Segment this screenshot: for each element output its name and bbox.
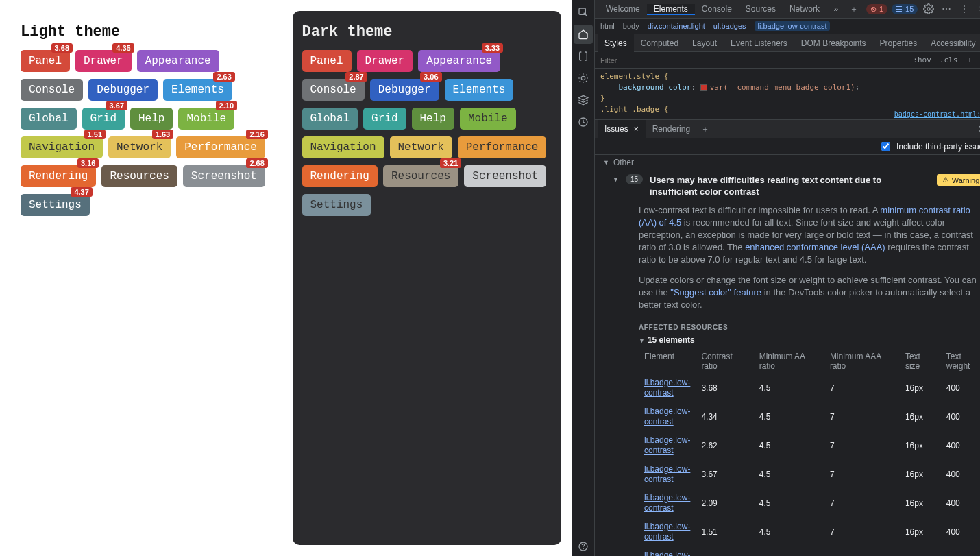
styles-filter-input[interactable] [595, 56, 909, 64]
badge-rendering: Rendering [302, 165, 378, 187]
badge-elements: Elements [445, 79, 514, 101]
svg-marker-2 [578, 95, 587, 100]
affected-table: ElementContrast ratioMinimum AA ratioMin… [639, 349, 980, 556]
aaa-link[interactable]: enhanced conformance level (AAA) [745, 242, 885, 252]
badge-grid: Grid [363, 108, 406, 130]
tab-elements[interactable]: Elements [647, 4, 695, 15]
badge-grid: Grid3.67 [82, 108, 125, 130]
issue-header[interactable]: ▼ 15 Users may have difficulties reading… [599, 170, 980, 202]
subtab-styles[interactable]: Styles [598, 34, 634, 52]
error-count[interactable]: ⊗ 1 [866, 4, 887, 14]
svg-point-5 [583, 548, 584, 549]
contrast-ratio-badge: 3.33 [482, 43, 503, 53]
svg-point-9 [949, 8, 951, 10]
debug-icon[interactable] [574, 69, 593, 88]
subtab-event-listeners[interactable]: Event Listeners [724, 34, 794, 52]
devtools-rail [572, 0, 595, 556]
element-link[interactable]: li.badge.low-contrast [644, 407, 690, 426]
svg-point-7 [943, 8, 944, 10]
gear-icon[interactable] [920, 1, 937, 17]
issue-description-2: Update colors or change the font size or… [599, 271, 980, 317]
subtab-properties[interactable]: Properties [873, 34, 924, 52]
info-count[interactable]: ☰ 15 [892, 4, 918, 14]
element-link[interactable]: li.badge.low-contrast [644, 378, 690, 398]
styles-subtabs: StylesComputedLayoutEvent ListenersDOM B… [595, 34, 980, 52]
devtools-panel: WelcomeElementsConsoleSourcesNetwork » ＋… [572, 0, 980, 556]
tab-console[interactable]: Console [695, 4, 739, 14]
subtab-dom-breakpoints[interactable]: DOM Breakpoints [794, 34, 873, 52]
add-tab-icon[interactable]: ＋ [846, 1, 862, 17]
table-row[interactable]: li.badge.low-contrast4.344.5716px400 [639, 402, 980, 431]
badge-drawer: Drawer [357, 50, 413, 72]
table-row[interactable]: li.badge.low-contrast3.674.5716px400 [639, 460, 980, 489]
cls-toggle[interactable]: .cls [935, 56, 962, 64]
table-row[interactable]: li.badge.low-contrast3.684.5716px400 [639, 374, 980, 402]
color-swatch-icon[interactable] [700, 84, 707, 91]
layers-icon[interactable] [574, 90, 593, 110]
drawer-tab-rendering[interactable]: Rendering [646, 120, 697, 138]
more-icon[interactable]: ⋮ [956, 1, 972, 17]
suggest-color-link[interactable]: "Suggest color" feature [670, 287, 761, 298]
crumb[interactable]: ul.badges [713, 22, 746, 30]
home-icon[interactable] [574, 25, 593, 44]
more-tabs-icon[interactable]: » [828, 1, 844, 17]
third-party-toggle[interactable]: Include third-party issues [595, 138, 980, 155]
sources-icon[interactable] [574, 47, 593, 66]
element-link[interactable]: li.badge.low-contrast [644, 464, 690, 484]
crumb[interactable]: body [623, 22, 639, 30]
contrast-ratio-badge: 2.63 [213, 72, 234, 82]
badge-console: Console [21, 79, 83, 101]
issues-body[interactable]: ▼Other ▼ 15 Users may have difficulties … [595, 155, 980, 556]
new-rule-icon[interactable]: ＋ [961, 52, 978, 69]
crumb[interactable]: div.container.light [648, 22, 705, 30]
add-drawer-tab-icon[interactable]: ＋ [697, 121, 713, 137]
close-icon[interactable]: ✕ [974, 1, 980, 17]
third-party-checkbox[interactable] [881, 142, 890, 151]
badge-screenshot: Screenshot [464, 165, 546, 187]
inspect-icon[interactable] [574, 3, 593, 22]
subtab-accessibility[interactable]: Accessibility [924, 34, 980, 52]
contrast-ratio-badge: 3.16 [77, 158, 99, 168]
element-link[interactable]: li.badge.low-contrast [644, 493, 690, 513]
chevron-down-icon[interactable]: ▼ [613, 176, 619, 183]
tab-sources[interactable]: Sources [739, 4, 783, 14]
tab-welcome[interactable]: Welcome [599, 4, 647, 14]
subtab-layout[interactable]: Layout [685, 34, 724, 52]
contrast-ratio-badge: 1.51 [84, 130, 106, 139]
issue-group[interactable]: ▼Other [599, 155, 980, 170]
rendered-page: Light theme Panel3.68Drawer4.35Appearanc… [0, 0, 572, 556]
element-link[interactable]: li.badge.low-contrast [644, 522, 690, 542]
subtab-computed[interactable]: Computed [634, 34, 685, 52]
element-count[interactable]: ▼15 elements [599, 335, 980, 349]
close-drawer-icon[interactable]: ✕ [972, 123, 980, 134]
badge-performance: Performance [458, 136, 547, 158]
dom-breadcrumbs[interactable]: htmlbodydiv.container.lightul.badgesli.b… [595, 19, 980, 34]
badge-panel: Panel3.68 [21, 50, 70, 72]
table-row[interactable]: li.badge.low-contrast1.514.5716px400 [639, 518, 980, 546]
styles-pane[interactable]: element.style { background-color: var(--… [595, 69, 980, 120]
hov-toggle[interactable]: :hov [909, 56, 935, 64]
svg-point-8 [946, 8, 947, 10]
element-link[interactable]: li.badge.low-contrast [644, 435, 690, 455]
crumb[interactable]: html [600, 22, 615, 30]
source-link[interactable]: badges-contrast.html:63 [894, 110, 980, 118]
badge-navigation: Navigation [302, 136, 384, 158]
svg-point-6 [927, 8, 930, 10]
tab-network[interactable]: Network [783, 4, 826, 14]
contrast-ratio-badge: 1.63 [152, 130, 173, 139]
drawer-tab-issues[interactable]: Issues× [598, 120, 646, 138]
table-row[interactable]: li.badge.low-contrast2.624.5716px400 [639, 431, 980, 460]
table-row[interactable]: li.badge.low-contrast2.094.5716px400 [639, 489, 980, 518]
crumb[interactable]: li.badge.low-contrast [755, 21, 831, 31]
badge-settings: Settings4.37 [21, 194, 90, 216]
badge-performance: Performance2.16 [176, 136, 265, 158]
close-tab-icon[interactable]: × [634, 120, 639, 138]
customize-icon[interactable] [938, 1, 955, 17]
dark-badges: PanelDrawerAppearance3.33Console2.87Debu… [302, 50, 552, 216]
table-row[interactable]: li.badge.low-contrast1.634.5716px400 [639, 546, 980, 556]
perf-icon[interactable] [574, 112, 593, 132]
element-link[interactable]: li.badge.low-contrast [644, 551, 690, 556]
badge-help: Help [412, 108, 454, 130]
dark-title: Dark theme [302, 23, 552, 40]
help-icon[interactable] [574, 537, 593, 556]
